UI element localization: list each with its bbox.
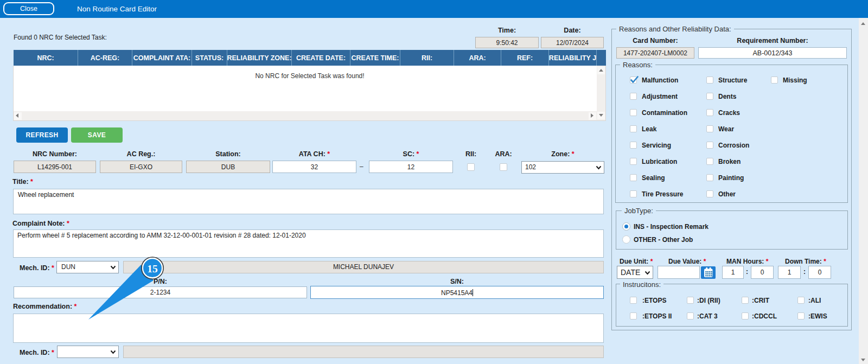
svg-text:15: 15	[147, 263, 158, 274]
